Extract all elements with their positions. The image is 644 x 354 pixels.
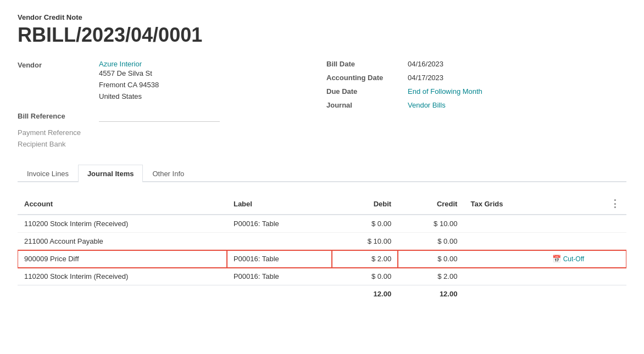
doc-number-title: RBILL/2023/04/0001 [18, 24, 626, 47]
table-row: 110200 Stock Interim (Received)P00016: T… [18, 268, 626, 285]
cell-action [546, 215, 626, 233]
table-row: 211000 Account Payable$ 10.00$ 0.00 [18, 233, 626, 250]
due-date-label: Due Date [326, 87, 403, 95]
col-options[interactable]: ⋮ [546, 193, 626, 215]
bill-date-value: 04/16/2023 [408, 60, 626, 68]
cell-credit: $ 10.00 [398, 215, 464, 233]
cell-debit: $ 10.00 [332, 233, 398, 250]
doc-type-label: Vendor Credit Note [18, 13, 626, 21]
vendor-address-line1: 4557 De Silva St [99, 69, 152, 77]
recipient-bank-label: Recipient Bank [18, 140, 95, 148]
bill-date-label: Bill Date [326, 60, 403, 68]
cell-label: P00016: Table [227, 215, 332, 233]
tab-other-info[interactable]: Other Info [143, 165, 193, 182]
cell-action [546, 268, 626, 285]
cell-debit: $ 0.00 [332, 215, 398, 233]
col-credit: Credit [398, 193, 464, 215]
tab-invoice-lines[interactable]: Invoice Lines [18, 165, 78, 182]
calendar-icon: 📅 [552, 255, 561, 263]
vendor-name[interactable]: Azure Interior [99, 60, 318, 68]
due-date-value[interactable]: End of Following Month [408, 87, 626, 95]
vendor-address-line3: United States [99, 92, 142, 100]
cell-label: P00016: Table [227, 268, 332, 285]
cell-label: P00016: Table [227, 250, 332, 268]
cell-account[interactable]: 110200 Stock Interim (Received) [18, 215, 227, 233]
cell-tax-grids [464, 233, 545, 250]
accounting-date-value: 04/17/2023 [408, 74, 626, 82]
cell-account[interactable]: 211000 Account Payable [18, 233, 227, 250]
cell-account[interactable]: 110200 Stock Interim (Received) [18, 268, 227, 285]
cell-debit: $ 2.00 [332, 250, 398, 268]
bill-reference-input[interactable] [99, 111, 220, 122]
journal-items-table: Account Label Debit Credit Tax Grids ⋮ 1… [18, 193, 626, 302]
cell-tax-grids [464, 250, 545, 268]
payment-reference-label: Payment Reference [18, 128, 95, 137]
bill-reference-label: Bill Reference [18, 111, 95, 122]
total-credit: 12.00 [398, 285, 464, 303]
cell-credit: $ 0.00 [398, 233, 464, 250]
journal-value[interactable]: Vendor Bills [408, 101, 626, 109]
totals-row: 12.00 12.00 [18, 285, 626, 303]
cell-label [227, 233, 332, 250]
cut-off-button[interactable]: 📅Cut-Off [552, 255, 584, 263]
cell-action [546, 233, 626, 250]
cell-credit: $ 2.00 [398, 268, 464, 285]
col-account: Account [18, 193, 227, 215]
cell-account[interactable]: 900009 Price Diff [18, 250, 227, 268]
table-row: 110200 Stock Interim (Received)P00016: T… [18, 215, 626, 233]
vendor-address-line2: Fremont CA 94538 [99, 81, 159, 89]
cut-off-label: Cut-Off [563, 255, 584, 263]
cell-tax-grids [464, 215, 545, 233]
accounting-date-label: Accounting Date [326, 74, 403, 82]
cell-debit: $ 0.00 [332, 268, 398, 285]
col-debit: Debit [332, 193, 398, 215]
table-row: 900009 Price DiffP00016: Table$ 2.00$ 0.… [18, 250, 626, 268]
col-tax-grids: Tax Grids [464, 193, 545, 215]
journal-label: Journal [326, 101, 403, 109]
tab-journal-items[interactable]: Journal Items [78, 165, 143, 182]
total-debit: 12.00 [332, 285, 398, 303]
col-label: Label [227, 193, 332, 215]
cell-credit: $ 0.00 [398, 250, 464, 268]
cell-tax-grids [464, 268, 545, 285]
vendor-label: Vendor [18, 60, 95, 102]
tab-bar: Invoice Lines Journal Items Other Info [18, 165, 626, 182]
cell-action[interactable]: 📅Cut-Off [546, 250, 626, 268]
vendor-address: 4557 De Silva St Fremont CA 94538 United… [99, 68, 318, 102]
